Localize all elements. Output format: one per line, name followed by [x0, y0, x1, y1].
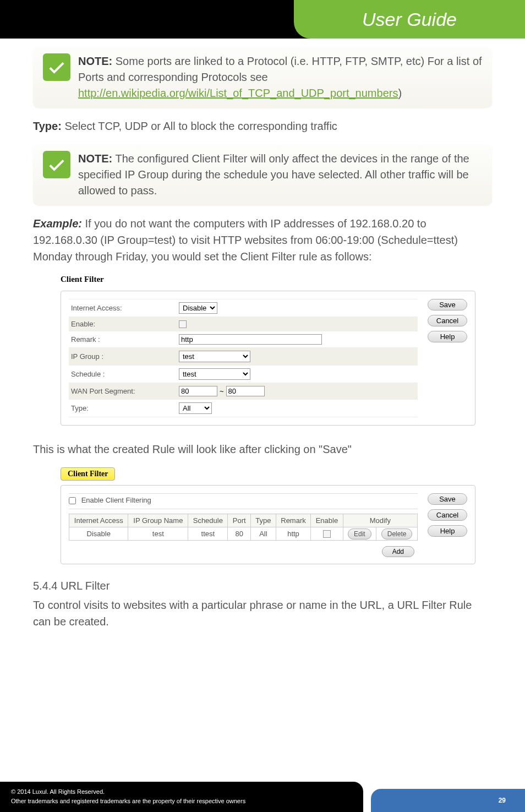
page-footer: © 2014 Luxul. All Rights Reserved. Other… [0, 782, 525, 812]
note-box-1: NOTE: Some ports are linked to a Protoco… [33, 47, 492, 108]
page-header: User Guide [0, 0, 525, 39]
col-internet-access: Internet Access [69, 514, 128, 527]
cf-tab[interactable]: Client Filter [61, 467, 115, 481]
after-save-text: This is what the created Rule will look … [33, 441, 492, 457]
ip-group-label: IP Group : [69, 352, 179, 361]
internet-access-label: Internet Access: [69, 304, 179, 312]
type-label: Type: [69, 404, 179, 412]
enable-filtering-checkbox[interactable] [69, 497, 76, 504]
col-type: Type [250, 514, 276, 527]
example-text: Example: If you do not want the computer… [33, 215, 492, 265]
wan-port-label: WAN Port Segment: [69, 387, 179, 395]
col-modify: Modify [343, 514, 417, 527]
note-label: NOTE: [78, 152, 112, 165]
help-button[interactable]: Help [428, 331, 467, 342]
note-box-2: NOTE: The configured Client Filter will … [33, 144, 492, 205]
note-1-text: NOTE: Some ports are linked to a Protoco… [78, 53, 482, 101]
row-enable-cell [311, 527, 343, 541]
save-button[interactable]: Save [428, 493, 467, 505]
cancel-button[interactable]: Cancel [428, 509, 467, 521]
enable-checkbox[interactable] [179, 320, 187, 328]
client-filter-form-screenshot: Client Filter Internet Access: Disable E… [61, 275, 475, 426]
save-button[interactable]: Save [428, 299, 467, 310]
col-remark: Remark [276, 514, 310, 527]
section-text: To control visits to websites with a par… [33, 597, 492, 630]
row-enable-checkbox[interactable] [323, 530, 331, 538]
page-number: 29 [499, 797, 506, 804]
col-ip-group: IP Group Name [128, 514, 188, 527]
edit-button[interactable]: Edit [348, 528, 371, 539]
note-2-text: NOTE: The configured Client Filter will … [78, 151, 482, 199]
enable-label: Enable: [69, 320, 179, 328]
table-row: Disable test ttest 80 All http Edit Dele… [69, 527, 418, 541]
schedule-select[interactable]: ttest [179, 368, 250, 380]
filter-rules-table: Internet Access IP Group Name Schedule P… [69, 514, 418, 541]
ip-group-select[interactable]: test [179, 351, 250, 362]
table-header-row: Internet Access IP Group Name Schedule P… [69, 514, 418, 527]
footer-page-badge: 29 [371, 789, 525, 812]
client-filter-table-screenshot: Client Filter Enable Client Filtering In… [61, 467, 475, 564]
type-select[interactable]: All [179, 402, 212, 414]
type-description: Type: Select TCP, UDP or All to block th… [33, 118, 492, 134]
header-title: User Guide [362, 9, 457, 30]
col-schedule: Schedule [188, 514, 228, 527]
col-enable: Enable [311, 514, 343, 527]
add-button[interactable]: Add [382, 546, 414, 557]
cancel-button[interactable]: Cancel [428, 315, 467, 326]
wan-port-to-input[interactable] [226, 386, 265, 396]
col-port: Port [228, 514, 250, 527]
note-label: NOTE: [78, 55, 112, 67]
checkmark-icon [43, 151, 70, 178]
enable-filtering-label: Enable Client Filtering [81, 496, 151, 504]
remark-label: Remark : [69, 335, 179, 344]
section-heading: 5.4.4 URL Filter [33, 580, 492, 592]
wikipedia-link[interactable]: http://en.wikipedia.org/wiki/List_of_TCP… [78, 87, 398, 99]
delete-button[interactable]: Delete [381, 528, 413, 539]
header-badge: User Guide [294, 0, 525, 39]
cf-title: Client Filter [61, 275, 475, 284]
checkmark-icon [43, 53, 70, 81]
remark-input[interactable] [179, 334, 322, 345]
schedule-label: Schedule : [69, 370, 179, 378]
help-button[interactable]: Help [428, 525, 467, 537]
footer-copyright: © 2014 Luxul. All Rights Reserved. Other… [0, 782, 363, 812]
wan-port-from-input[interactable] [179, 386, 217, 396]
internet-access-select[interactable]: Disable [179, 302, 217, 314]
